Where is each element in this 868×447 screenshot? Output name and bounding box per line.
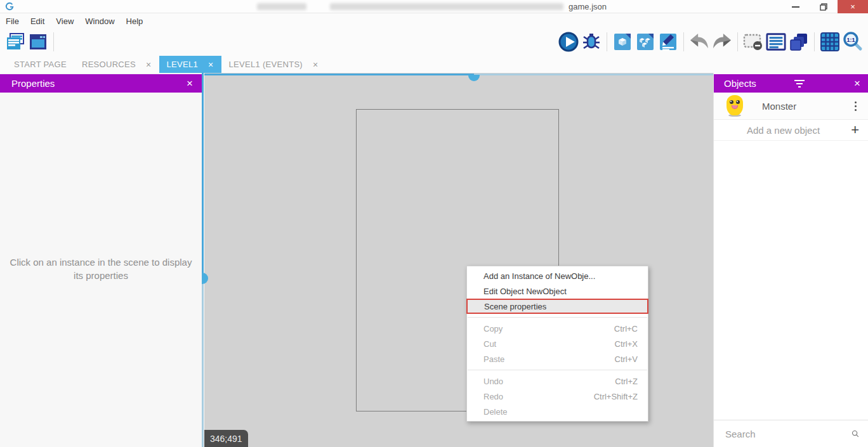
context-menu-item-cut[interactable]: Cut Ctrl+X bbox=[467, 336, 648, 351]
close-button[interactable]: × bbox=[838, 0, 868, 13]
redacted-title-segment bbox=[257, 3, 306, 10]
gdevelop-logo-icon bbox=[5, 2, 14, 11]
restore-button[interactable] bbox=[810, 0, 838, 13]
close-icon: × bbox=[850, 2, 855, 11]
object-list-item[interactable]: Monster bbox=[714, 93, 868, 120]
add-object-group-icon[interactable] bbox=[634, 30, 657, 53]
context-menu-item-scene-properties[interactable]: Scene properties bbox=[466, 299, 648, 314]
mask-toggle-icon[interactable] bbox=[742, 30, 765, 53]
tab-close-icon[interactable]: × bbox=[146, 60, 151, 70]
object-menu-icon[interactable] bbox=[852, 99, 859, 113]
restore-icon bbox=[820, 3, 827, 11]
context-menu-item-edit-object[interactable]: Edit Object NewObject bbox=[467, 283, 648, 299]
vertical-splitter[interactable] bbox=[202, 73, 204, 447]
zoom-1-1-icon[interactable]: 1:1 bbox=[841, 30, 864, 53]
tab-close-icon[interactable]: × bbox=[208, 60, 213, 70]
cursor-coordinates-badge: 346;491 bbox=[204, 430, 248, 447]
filter-icon[interactable] bbox=[794, 80, 805, 87]
context-menu: Add an Instance of NewObje... Edit Objec… bbox=[466, 266, 648, 422]
layers-icon[interactable] bbox=[787, 30, 810, 53]
menu-file[interactable]: File bbox=[6, 16, 19, 26]
menu-bar: File Edit View Window Help bbox=[0, 14, 868, 28]
monster-thumbnail bbox=[727, 95, 743, 117]
minimize-icon bbox=[792, 6, 799, 8]
context-menu-separator bbox=[468, 317, 647, 318]
objects-panel-header: Objects × bbox=[714, 74, 868, 93]
context-menu-item-add-instance[interactable]: Add an Instance of NewObje... bbox=[467, 268, 648, 283]
menu-window[interactable]: Window bbox=[85, 16, 114, 26]
search-input[interactable] bbox=[725, 429, 852, 439]
add-object-icon[interactable] bbox=[611, 30, 634, 53]
undo-icon[interactable] bbox=[688, 30, 711, 53]
properties-close-icon[interactable]: × bbox=[187, 78, 193, 89]
toolbar-separator bbox=[683, 32, 684, 51]
context-menu-item-undo[interactable]: Undo Ctrl+Z bbox=[467, 373, 648, 389]
preview-window-icon[interactable] bbox=[27, 30, 49, 53]
project-manager-icon[interactable] bbox=[4, 30, 27, 53]
properties-panel-title: Properties bbox=[11, 78, 55, 89]
titlebar: game.json × bbox=[0, 0, 868, 13]
add-object-button[interactable]: Add a new object + bbox=[714, 120, 868, 141]
debug-icon[interactable] bbox=[580, 30, 603, 53]
context-menu-item-redo[interactable]: Redo Ctrl+Shift+Z bbox=[467, 389, 648, 404]
toolbar-separator bbox=[607, 32, 607, 51]
context-menu-item-paste[interactable]: Paste Ctrl+V bbox=[467, 351, 648, 366]
menu-edit[interactable]: Edit bbox=[30, 16, 44, 26]
minimize-button[interactable] bbox=[782, 0, 810, 13]
plus-icon: + bbox=[851, 123, 859, 137]
objects-search-bar bbox=[714, 420, 868, 447]
gdevelop-window: game.json × File Edit View Window Help bbox=[0, 0, 868, 447]
objects-list-icon[interactable] bbox=[765, 30, 787, 53]
edit-properties-icon[interactable] bbox=[657, 30, 680, 53]
context-menu-item-copy[interactable]: Copy Ctrl+C bbox=[467, 321, 648, 336]
grid-icon[interactable] bbox=[819, 30, 841, 53]
properties-empty-message: Click on an instance in the scene to dis… bbox=[6, 256, 196, 282]
tab-resources[interactable]: RESOURCES × bbox=[74, 56, 159, 73]
menu-help[interactable]: Help bbox=[126, 16, 143, 26]
redo-icon[interactable] bbox=[711, 30, 733, 53]
objects-close-icon[interactable]: × bbox=[854, 78, 860, 89]
horizontal-splitter[interactable] bbox=[204, 74, 713, 75]
tab-bar: START PAGE RESOURCES × LEVEL1 × LEVEL1 (… bbox=[0, 56, 868, 73]
context-menu-separator bbox=[468, 370, 647, 370]
svg-text:1:1: 1:1 bbox=[846, 37, 855, 43]
tab-start-page[interactable]: START PAGE bbox=[6, 56, 74, 73]
object-name: Monster bbox=[762, 101, 796, 112]
objects-panel: Objects × Monster Add a new object + bbox=[713, 73, 868, 447]
context-menu-item-delete[interactable]: Delete bbox=[467, 404, 648, 419]
menu-view[interactable]: View bbox=[56, 16, 74, 26]
redacted-title-segment bbox=[330, 3, 563, 10]
start-preview-icon[interactable] bbox=[557, 30, 580, 53]
objects-panel-title: Objects bbox=[724, 78, 756, 89]
tab-level1[interactable]: LEVEL1 × bbox=[159, 56, 221, 73]
tab-level1-events[interactable]: LEVEL1 (EVENTS) × bbox=[221, 56, 326, 73]
properties-panel: Properties × Click on an instance in the… bbox=[0, 73, 202, 447]
toolbar-separator bbox=[53, 32, 54, 51]
window-title: game.json bbox=[569, 2, 607, 11]
properties-panel-header: Properties × bbox=[0, 74, 202, 93]
search-icon bbox=[852, 427, 859, 440]
toolbar-separator bbox=[814, 32, 815, 51]
toolbar: 1:1 bbox=[0, 28, 868, 56]
tab-close-icon[interactable]: × bbox=[313, 60, 318, 70]
toolbar-separator bbox=[737, 32, 738, 51]
